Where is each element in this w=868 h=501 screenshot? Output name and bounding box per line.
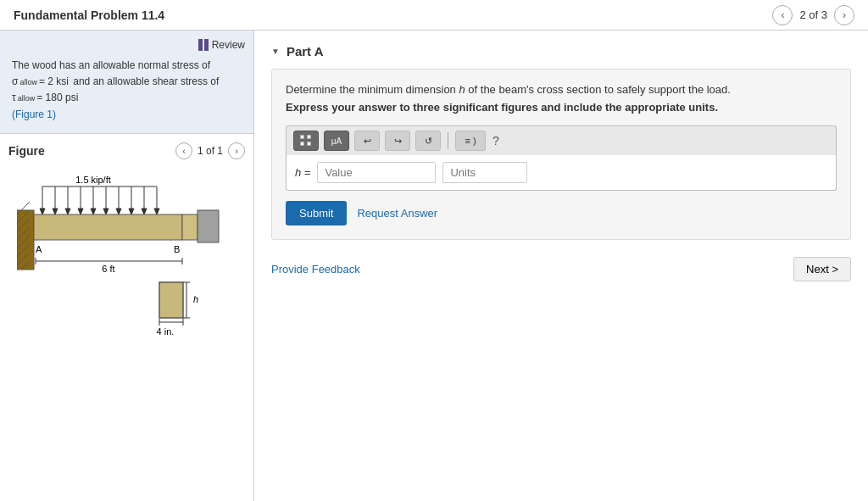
sigma-value: = 2 ksi: [39, 74, 69, 90]
grid-button[interactable]: [293, 131, 319, 151]
svg-text:6 ft: 6 ft: [102, 264, 114, 274]
prev-page-button[interactable]: ‹: [772, 5, 793, 25]
review-section: Review The wood has an allowable normal …: [0, 31, 253, 134]
figure-link[interactable]: (Figure 1): [12, 109, 56, 120]
mu-button[interactable]: μA: [324, 131, 349, 151]
equation-button[interactable]: ≡ ): [455, 131, 486, 151]
figure-page: 1 of 1: [198, 145, 223, 157]
svg-marker-12: [53, 209, 58, 214]
svg-text:h: h: [193, 294, 198, 304]
svg-text:B: B: [174, 244, 180, 254]
undo-icon: ↩: [364, 136, 371, 147]
part-content: Determine the minimum dimension h of the…: [271, 69, 851, 240]
mu-label: μA: [331, 136, 342, 146]
svg-marker-15: [91, 209, 96, 214]
svg-marker-13: [65, 209, 70, 214]
header-navigation: ‹ 2 of 3 ›: [772, 5, 854, 25]
svg-text:4 in.: 4 in.: [156, 326, 174, 337]
svg-marker-14: [78, 209, 83, 214]
next-button[interactable]: Next >: [793, 257, 851, 281]
next-label: Next >: [806, 263, 838, 276]
bold-instruction: Express your answer to three significant…: [286, 101, 837, 114]
and-text: and an allowable shear stress of: [70, 74, 219, 90]
right-panel: ▼ Part A Determine the minimum dimension…: [254, 31, 868, 501]
svg-rect-33: [198, 210, 219, 242]
tau-line: τallow = 180 psi: [12, 90, 242, 106]
sigma-subscript: allow: [19, 76, 37, 88]
undo-button[interactable]: ↩: [354, 131, 380, 151]
reset-icon: ↺: [425, 136, 432, 147]
toolbar-separator: [448, 132, 448, 149]
value-input[interactable]: [317, 162, 436, 183]
answer-actions: Submit Request Answer: [286, 201, 837, 225]
answer-toolbar: μA ↩ ↪ ↺ ≡ ) ?: [286, 125, 837, 155]
feedback-link[interactable]: Provide Feedback: [271, 263, 360, 276]
question-text-1: Determine the minimum dimension: [286, 83, 459, 96]
figure-prev-button[interactable]: ‹: [175, 142, 192, 159]
figure-header: Figure ‹ 1 of 1 ›: [8, 142, 245, 159]
question-text: Determine the minimum dimension h of the…: [286, 83, 837, 96]
page-title: Fundamental Problem 11.4: [14, 8, 164, 22]
units-input[interactable]: [442, 162, 527, 183]
svg-marker-17: [116, 209, 121, 214]
problem-text-line1: The wood has an allowable normal stress …: [12, 58, 242, 74]
next-page-button[interactable]: ›: [834, 5, 854, 25]
request-answer-link[interactable]: Request Answer: [357, 207, 437, 220]
svg-rect-32: [182, 214, 198, 240]
svg-marker-16: [103, 209, 108, 214]
page-indicator: 2 of 3: [799, 8, 827, 21]
figure-drawing: 1.5 kip/ft: [8, 168, 245, 346]
svg-rect-40: [159, 282, 183, 318]
review-label: Review: [212, 39, 245, 51]
svg-marker-11: [40, 209, 45, 214]
figure-nav: ‹ 1 of 1 ›: [175, 142, 245, 159]
figure-section: Figure ‹ 1 of 1 › 1.5 kip/ft: [0, 134, 253, 501]
svg-text:A: A: [36, 244, 42, 254]
right-footer: Provide Feedback Next >: [271, 257, 851, 281]
svg-text:1.5 kip/ft: 1.5 kip/ft: [75, 175, 111, 185]
answer-input-area: μA ↩ ↪ ↺ ≡ ) ?: [286, 125, 837, 191]
tau-value: = 180 psi: [36, 90, 78, 106]
part-triangle-icon: ▼: [271, 47, 280, 56]
equation-icon: ≡ ): [465, 136, 476, 146]
h-italic: h: [459, 83, 465, 96]
sigma-symbol: σ: [12, 74, 18, 90]
svg-rect-31: [34, 214, 182, 240]
grid-icon: [300, 135, 312, 147]
help-button[interactable]: ?: [492, 134, 499, 148]
part-header: ▼ Part A: [271, 44, 851, 58]
part-title: Part A: [287, 44, 324, 58]
figure-next-button[interactable]: ›: [228, 142, 245, 159]
figure-title: Figure: [8, 144, 45, 158]
svg-marker-19: [142, 209, 147, 214]
redo-icon: ↪: [394, 136, 402, 147]
answer-row: h =: [286, 155, 837, 191]
svg-marker-20: [154, 209, 159, 214]
tau-subscript: allow: [18, 92, 36, 104]
tau-symbol: τ: [12, 90, 16, 106]
redo-button[interactable]: ↪: [385, 131, 410, 151]
submit-button[interactable]: Submit: [286, 201, 347, 225]
review-button[interactable]: Review: [198, 39, 245, 51]
review-text: The wood has an allowable normal stress …: [12, 58, 242, 123]
h-label: h =: [295, 166, 310, 179]
sigma-line: σallow = 2 ksi and an allowable shear st…: [12, 74, 242, 90]
question-text-2: of the beam's cross section to safely su…: [465, 83, 731, 96]
reset-button[interactable]: ↺: [415, 131, 441, 151]
left-panel: Review The wood has an allowable normal …: [0, 31, 254, 501]
review-icon: [198, 39, 209, 51]
figure-link-line: (Figure 1): [12, 107, 242, 123]
svg-marker-18: [129, 209, 134, 214]
